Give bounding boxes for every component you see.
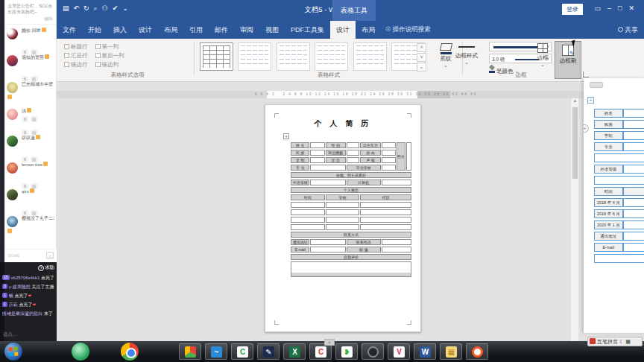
resume-table[interactable]: 姓 名性 别出生年月照片 民 族政治面貌身 高 学 制学 历户 籍 专 业毕业学… (290, 141, 412, 279)
list-item[interactable]: 汤 6自 (4, 105, 56, 132)
tab-home[interactable]: 开始 (82, 21, 107, 39)
checkbox-icon[interactable] (64, 44, 69, 49)
cell-label[interactable]: 民 族 (291, 150, 309, 156)
taskbar-app-ink[interactable]: ✎ (257, 343, 280, 360)
qat-dropdown-icon[interactable]: ⌄ (122, 4, 133, 12)
cell-label[interactable]: E-mail (291, 247, 309, 253)
cell-empty[interactable] (291, 202, 325, 208)
redo-icon[interactable]: ↻ (83, 4, 94, 12)
table-move-handle-icon[interactable]: + (283, 133, 289, 139)
list-item[interactable]: 樱桃没了丸子二二 6自 (4, 212, 56, 239)
emoji-icon[interactable]: ☺ (46, 252, 54, 259)
checkbox-total-row[interactable]: 汇总行 (64, 52, 88, 59)
cell-empty[interactable] (326, 202, 360, 208)
checkbox-banded-rows[interactable]: 镶边行 (64, 61, 88, 68)
cell-empty[interactable] (326, 209, 360, 215)
tab-pdf-tools[interactable]: PDF工具集 (285, 21, 330, 39)
cell-empty[interactable] (594, 176, 644, 185)
cell-label[interactable]: 毕业学校 (347, 165, 381, 171)
cell-empty[interactable] (360, 217, 411, 223)
tab-mailings[interactable]: 邮件 (209, 21, 234, 39)
taskbar-app-chrome[interactable] (179, 343, 201, 360)
gallery-more-icon[interactable]: ⌄ (417, 63, 426, 72)
announcement-composer[interactable]: 0/140 ☺ (4, 249, 57, 262)
cell-empty[interactable] (291, 224, 325, 230)
checkbox-icon[interactable] (64, 53, 69, 58)
date-cell[interactable]: 2020 年 1 月 (594, 220, 623, 229)
checkbox-last-column[interactable]: 最后一列 (95, 52, 124, 59)
checkbox-icon[interactable] (95, 62, 101, 67)
date-cell[interactable]: 2019 年 6 月 (594, 209, 623, 218)
quick-access-toolbar[interactable]: ▤↶↻⌕⚇✔⌄ (63, 4, 133, 13)
desktop-app-icon[interactable] (72, 343, 89, 361)
cell-label[interactable]: 姓名 (594, 109, 623, 118)
gallery-down-icon[interactable]: ˅ (417, 53, 426, 62)
cell-label[interactable]: 户 籍 (360, 157, 380, 163)
tab-design[interactable]: 设计 (133, 21, 158, 39)
taskbar-app-ring[interactable] (466, 343, 488, 360)
cell-label[interactable]: 学制 (594, 131, 623, 140)
print-preview-icon[interactable]: ⌕ (94, 4, 102, 12)
edit-announcement-link[interactable]: 编辑 (4, 15, 56, 25)
cell-empty[interactable] (382, 239, 411, 245)
section-header-cell[interactable]: 联系方式 (291, 232, 411, 238)
taskbar-app-word[interactable]: W (414, 343, 436, 360)
taskbar-app-gallery[interactable]: ▦ (440, 343, 462, 360)
login-button[interactable]: 登录 (562, 4, 583, 15)
cell-empty[interactable] (382, 150, 396, 156)
cell-empty[interactable] (360, 224, 411, 230)
table-move-handle-icon[interactable]: + (587, 97, 594, 104)
taskbar-app-obs[interactable] (362, 343, 384, 360)
scrollbar-thumb[interactable] (572, 107, 578, 179)
tab-table-layout[interactable]: 布局 (356, 21, 381, 39)
cell-label[interactable]: 学 历 (326, 157, 346, 163)
moon-icon[interactable]: ☾ (619, 339, 624, 344)
cell-empty[interactable] (594, 254, 644, 263)
tab-view[interactable]: 视图 (259, 21, 285, 39)
cell-label[interactable]: 学 制 (291, 157, 309, 163)
column-header-cell[interactable]: 时间 (594, 187, 623, 196)
list-item[interactable]: qim 6自 (4, 185, 56, 212)
cell-label[interactable]: 邮 编 (347, 247, 381, 253)
cell-empty[interactable] (326, 217, 360, 223)
column-header-cell[interactable]: 经历 (360, 194, 411, 200)
window-controls[interactable]: ▭–□✕ (594, 4, 641, 12)
cell-empty[interactable] (310, 247, 345, 253)
taskbar-app-corel[interactable]: C (309, 343, 332, 360)
cell-empty[interactable] (623, 142, 644, 151)
list-item[interactable]: 已光顾城市半壁 6自 (4, 78, 56, 105)
photo-cell[interactable]: 照片 (397, 142, 405, 171)
cell-label[interactable]: 出生年月 (360, 142, 380, 148)
cell-label[interactable]: 姓 名 (291, 142, 309, 148)
cell-empty[interactable] (360, 209, 411, 215)
document-page[interactable]: 个 人 简 历 + 姓 名性 别出生年月照片 民 族政治面貌身 高 学 制学 历… (265, 104, 421, 332)
cell-empty[interactable] (310, 150, 324, 156)
checkbox-header-row[interactable]: 标题行 (64, 43, 88, 50)
cell-empty[interactable] (310, 142, 324, 148)
cell-label[interactable]: 通讯地址 (594, 232, 623, 241)
gallery-up-icon[interactable]: ˄ (417, 43, 426, 52)
list-item[interactable]: 叹叹递 6自 (4, 132, 56, 159)
list-item[interactable]: lemon tree 6自 (4, 159, 56, 185)
chat-input[interactable]: 说点… (3, 331, 18, 338)
ink-icon[interactable]: ✔ (113, 4, 123, 12)
cell-label[interactable]: E-mail (594, 243, 623, 252)
section-header-cell[interactable]: 自我评价 (291, 254, 411, 260)
cell-empty[interactable] (382, 247, 411, 253)
resume-title[interactable]: 个 人 简 历 (265, 118, 420, 129)
cell-empty[interactable] (382, 157, 396, 163)
cell-label[interactable]: 性 别 (326, 142, 346, 148)
cell-label[interactable]: 通讯地址 (291, 239, 309, 245)
minimize-icon[interactable]: – (607, 4, 618, 12)
taskbar-app-cctalk[interactable]: C (231, 343, 253, 360)
cell-empty[interactable] (347, 157, 360, 163)
zoom-resume-table[interactable]: 姓名性 别 民族政治面貌 学制学 历 专业毕业学校 外语等级 时间学校 2018… (594, 107, 644, 265)
cell-label[interactable]: 计算机 (347, 180, 381, 185)
border-styles-button[interactable]: 边框样式 ⌄ (449, 43, 484, 66)
table-style-thumbnail[interactable] (315, 42, 348, 71)
dialog-launcher-icon[interactable] (583, 72, 589, 77)
people-icon[interactable]: ⚇ (102, 4, 113, 12)
keyboard-icon[interactable]: ▦ (625, 339, 631, 344)
section-header-cell[interactable]: 个人履历 (291, 187, 411, 193)
cell-empty[interactable] (623, 165, 644, 174)
